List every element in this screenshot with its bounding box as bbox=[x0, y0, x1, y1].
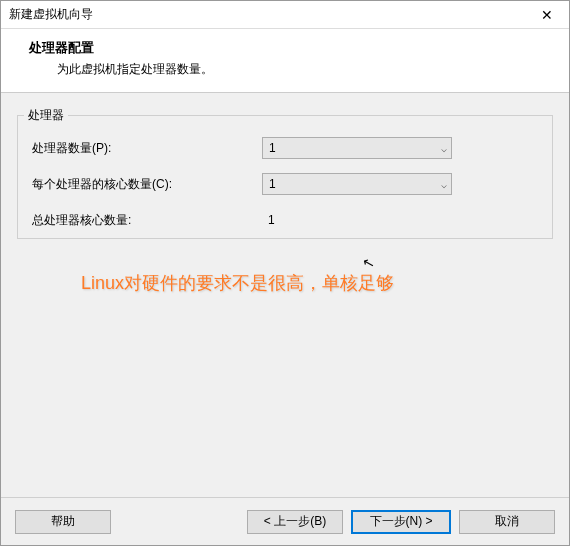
group-legend: 处理器 bbox=[24, 107, 68, 124]
processor-count-label: 处理器数量(P): bbox=[32, 140, 262, 157]
next-button[interactable]: 下一步(N) > bbox=[351, 510, 451, 534]
group-rows: 处理器数量(P): 1 ⌵ 每个处理器的核心数量(C): 1 ⌵ bbox=[18, 124, 552, 246]
processor-count-value: 1 bbox=[269, 141, 276, 155]
cores-per-label: 每个处理器的核心数量(C): bbox=[32, 176, 262, 193]
wizard-window: 新建虚拟机向导 ✕ 处理器配置 为此虚拟机指定处理器数量。 处理器 处理器数量(… bbox=[0, 0, 570, 546]
total-cores-label: 总处理器核心数量: bbox=[32, 212, 262, 229]
back-button[interactable]: < 上一步(B) bbox=[247, 510, 343, 534]
total-cores-value: 1 bbox=[262, 213, 275, 227]
close-icon: ✕ bbox=[541, 7, 553, 23]
row-total-cores: 总处理器核心数量: 1 bbox=[32, 202, 538, 238]
titlebar: 新建虚拟机向导 ✕ bbox=[1, 1, 569, 29]
back-button-label: < 上一步(B) bbox=[264, 513, 326, 530]
annotation-text: Linux对硬件的要求不是很高，单核足够 bbox=[81, 271, 394, 295]
processor-count-control: 1 ⌵ bbox=[262, 137, 452, 159]
cores-per-value: 1 bbox=[269, 177, 276, 191]
close-button[interactable]: ✕ bbox=[525, 1, 569, 28]
row-cores-per-processor: 每个处理器的核心数量(C): 1 ⌵ bbox=[32, 166, 538, 202]
total-cores-control: 1 bbox=[262, 213, 452, 227]
next-button-label: 下一步(N) > bbox=[370, 513, 433, 530]
processor-count-select[interactable]: 1 ⌵ bbox=[262, 137, 452, 159]
cores-per-select[interactable]: 1 ⌵ bbox=[262, 173, 452, 195]
window-title: 新建虚拟机向导 bbox=[9, 6, 93, 23]
chevron-down-icon: ⌵ bbox=[441, 179, 447, 190]
chevron-down-icon: ⌵ bbox=[441, 143, 447, 154]
page-subtitle: 为此虚拟机指定处理器数量。 bbox=[29, 61, 549, 78]
content-area: 处理器 处理器数量(P): 1 ⌵ 每个处理器的核心数量(C): bbox=[1, 93, 569, 497]
help-button-label: 帮助 bbox=[51, 513, 75, 530]
cores-per-control: 1 ⌵ bbox=[262, 173, 452, 195]
page-title: 处理器配置 bbox=[29, 39, 549, 57]
wizard-header: 处理器配置 为此虚拟机指定处理器数量。 bbox=[1, 29, 569, 93]
cancel-button[interactable]: 取消 bbox=[459, 510, 555, 534]
processor-group: 处理器 处理器数量(P): 1 ⌵ 每个处理器的核心数量(C): bbox=[17, 107, 553, 239]
row-processor-count: 处理器数量(P): 1 ⌵ bbox=[32, 130, 538, 166]
footer-buttons: 帮助 < 上一步(B) 下一步(N) > 取消 bbox=[1, 497, 569, 545]
cancel-button-label: 取消 bbox=[495, 513, 519, 530]
help-button[interactable]: 帮助 bbox=[15, 510, 111, 534]
cursor-icon: ↖ bbox=[361, 254, 377, 273]
